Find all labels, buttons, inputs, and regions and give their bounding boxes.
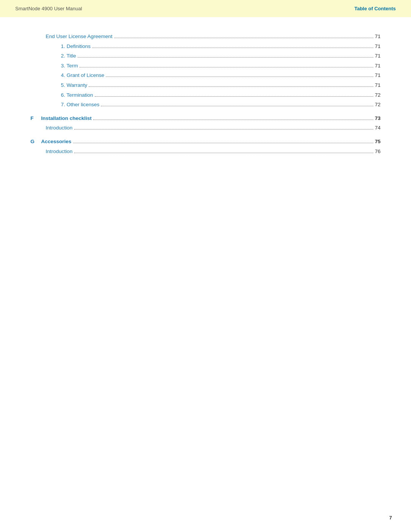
toc-title-row: 2. Title 71 — [30, 52, 381, 60]
toc-termination-label[interactable]: 6. Termination — [61, 91, 93, 99]
toc-termination-page: 72 — [375, 91, 381, 99]
toc-intro-f-link[interactable]: Introduction — [46, 125, 73, 131]
toc-section-f-row: F Installation checklist 73 — [30, 114, 381, 123]
toc-intro-g-link[interactable]: Introduction — [46, 149, 73, 154]
toc-eula-label[interactable]: End User License Agreement — [46, 32, 113, 41]
toc-grant-link[interactable]: 4. Grant of License — [61, 72, 104, 78]
toc-installation-page: 73 — [375, 114, 381, 123]
toc-header-label: Table of Contents — [354, 6, 396, 11]
toc-other-licenses-link[interactable]: 7. Other licenses — [61, 102, 99, 107]
toc-grant-label[interactable]: 4. Grant of License — [61, 71, 104, 80]
toc-term-page: 71 — [375, 62, 381, 70]
section-f-prefix: F — [30, 115, 38, 121]
toc-intro-g-page: 76 — [375, 147, 381, 156]
toc-warranty-link[interactable]: 5. Warranty — [61, 82, 87, 88]
toc-intro-f-dots — [74, 129, 373, 129]
toc-warranty-page: 71 — [375, 81, 381, 89]
page-footer-number: 7 — [389, 515, 392, 521]
toc-section-g-row: G Accessories 75 — [30, 137, 381, 146]
toc-termination-dots — [95, 96, 373, 97]
toc-eula-row: End User License Agreement 71 — [30, 32, 381, 41]
toc-warranty-label[interactable]: 5. Warranty — [61, 81, 87, 89]
toc-installation-link[interactable]: Installation checklist — [41, 115, 92, 121]
toc-content: End User License Agreement 71 1. Definit… — [0, 17, 411, 187]
toc-accessories-link[interactable]: Accessories — [41, 139, 72, 144]
toc-definitions-page: 71 — [375, 42, 381, 51]
toc-other-licenses-label[interactable]: 7. Other licenses — [61, 101, 99, 109]
toc-installation-dots — [93, 120, 373, 120]
toc-warranty-row: 5. Warranty 71 — [30, 81, 381, 89]
toc-other-licenses-page: 72 — [375, 101, 381, 109]
toc-termination-row: 6. Termination 72 — [30, 91, 381, 99]
toc-installation-label[interactable]: Installation checklist — [41, 114, 92, 123]
toc-term-link[interactable]: 3. Term — [61, 63, 78, 69]
toc-definitions-label[interactable]: 1. Definitions — [61, 42, 91, 51]
toc-intro-g-dots — [74, 153, 373, 153]
toc-grant-page: 71 — [375, 71, 381, 80]
toc-eula-dots — [114, 38, 373, 38]
toc-definitions-row: 1. Definitions 71 — [30, 42, 381, 51]
toc-grant-row: 4. Grant of License 71 — [30, 71, 381, 80]
toc-intro-g-label[interactable]: Introduction — [46, 147, 73, 156]
toc-termination-link[interactable]: 6. Termination — [61, 92, 93, 98]
section-g-prefix: G — [30, 139, 38, 144]
manual-title: SmartNode 4900 User Manual — [15, 6, 82, 11]
toc-accessories-dots — [73, 143, 373, 143]
toc-eula-link[interactable]: End User License Agreement — [46, 34, 113, 39]
page-header: SmartNode 4900 User Manual Table of Cont… — [0, 0, 411, 17]
toc-other-licenses-row: 7. Other licenses 72 — [30, 101, 381, 109]
toc-installation-row: Installation checklist 73 — [41, 114, 381, 123]
toc-term-label[interactable]: 3. Term — [61, 62, 78, 70]
toc-accessories-page: 75 — [375, 137, 381, 146]
toc-title-page: 71 — [375, 52, 381, 60]
toc-intro-f-page: 74 — [375, 124, 381, 132]
toc-eula-page: 71 — [375, 32, 381, 41]
toc-accessories-label[interactable]: Accessories — [41, 137, 72, 146]
toc-warranty-dots — [89, 86, 373, 87]
toc-intro-f-row: Introduction 74 — [30, 124, 381, 132]
toc-title-link[interactable]: 2. Title — [61, 53, 76, 59]
toc-accessories-row: Accessories 75 — [41, 137, 381, 146]
toc-other-licenses-dots — [101, 106, 373, 106]
toc-grant-dots — [106, 77, 373, 77]
toc-definitions-dots — [92, 48, 373, 48]
toc-intro-g-row: Introduction 76 — [30, 147, 381, 156]
toc-title-dots — [78, 57, 373, 58]
toc-term-row: 3. Term 71 — [30, 62, 381, 70]
toc-title-label[interactable]: 2. Title — [61, 52, 76, 60]
toc-term-dots — [80, 67, 373, 67]
toc-intro-f-label[interactable]: Introduction — [46, 124, 73, 132]
toc-definitions-link[interactable]: 1. Definitions — [61, 43, 91, 49]
